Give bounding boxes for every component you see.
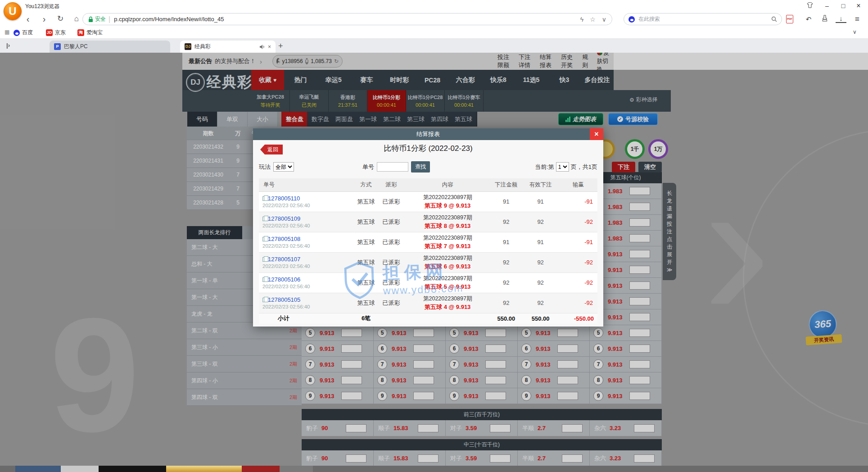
streak-row[interactable]: 第三球 - 小2期 — [187, 339, 302, 356]
ball-5[interactable]: 5 — [521, 328, 531, 338]
odds-cell[interactable]: 69.913 — [374, 341, 446, 357]
bet-amount-input[interactable] — [413, 329, 434, 337]
bet-amount-input[interactable] — [629, 266, 650, 274]
combo-cell-杂六[interactable]: 杂六3.23 — [590, 420, 662, 436]
main-nav-item[interactable]: 快3 — [548, 70, 581, 90]
bet-id-link[interactable]: 1278005107 — [268, 256, 300, 263]
odds-cell[interactable]: 89.913 — [590, 372, 662, 388]
odds-cell[interactable]: 79.913 — [518, 357, 590, 372]
lottery-info-float-logo[interactable]: 365 开奖资讯 — [804, 309, 842, 345]
bet-amount-input[interactable] — [629, 392, 650, 400]
combo-cell-半顺[interactable]: 半顺2.7 — [518, 450, 590, 466]
odds-cell[interactable]: 59.913 — [302, 325, 374, 341]
ball-6[interactable]: 6 — [449, 344, 459, 354]
bet-amount-input[interactable] — [341, 376, 362, 384]
board-tab-第一球[interactable]: 第一球 — [355, 112, 382, 127]
odds-cell[interactable]: 59.913 — [446, 325, 518, 341]
ball-7[interactable]: 7 — [593, 359, 603, 369]
chip-10k[interactable]: 1万 — [648, 139, 668, 159]
odds-cell[interactable]: 79.913 — [374, 357, 446, 372]
ball-8[interactable]: 8 — [449, 375, 459, 385]
odds-cell[interactable]: 79.913 — [590, 357, 662, 372]
bet-amount-input[interactable] — [485, 345, 506, 353]
bet-amount-input[interactable] — [346, 454, 366, 463]
bet-amount-input[interactable] — [629, 376, 650, 384]
ball-5[interactable]: 5 — [449, 328, 459, 338]
undo-icon[interactable]: ↶ — [803, 15, 814, 24]
search-icon[interactable] — [771, 16, 777, 22]
taskbar-window-fragment[interactable] — [242, 466, 280, 472]
bet-amount-input[interactable] — [557, 376, 578, 384]
taskbar-window-fragment[interactable] — [61, 466, 99, 472]
taskbar-window-fragment[interactable] — [166, 466, 242, 472]
sub-nav-item[interactable]: 香港彩21:37:51 — [329, 90, 367, 112]
ball-9[interactable]: 9 — [377, 391, 387, 401]
bet-amount-input[interactable] — [341, 329, 362, 337]
tab-jingdiancai[interactable]: DJ 经典彩 × — [180, 41, 276, 53]
menu-icon[interactable]: ≡ — [852, 15, 863, 24]
combo-cell-对子[interactable]: 对子3.59 — [446, 420, 518, 436]
ball-6[interactable]: 6 — [593, 344, 603, 354]
ball-5[interactable]: 5 — [305, 328, 315, 338]
odds-cell[interactable]: 89.913 — [518, 372, 590, 388]
top-link-投注限额[interactable]: 投注限额 — [497, 53, 511, 69]
bet-amount-input[interactable] — [629, 203, 650, 211]
bookmark-baidu[interactable]: 百度 — [14, 29, 33, 36]
streak-row[interactable]: 第三球 - 双2期 — [187, 356, 302, 372]
board-tab-第二球[interactable]: 第二球 — [379, 112, 406, 127]
odds-cell[interactable]: 69.913 — [446, 341, 518, 357]
pdf-tool-icon[interactable]: PDF — [786, 15, 793, 23]
bet-amount-input[interactable] — [485, 360, 506, 368]
odds-cell[interactable]: 99.913 — [446, 388, 518, 404]
bet-amount-input[interactable] — [629, 234, 650, 242]
taskbar-window-fragment[interactable] — [99, 466, 166, 472]
announcement-chevron-icon[interactable]: › — [260, 58, 262, 65]
maximize-button[interactable]: □ — [837, 1, 849, 10]
tab-audio-icon[interactable] — [259, 44, 265, 50]
bet-amount-input[interactable] — [629, 218, 650, 227]
skin-icon[interactable] — [804, 1, 816, 10]
bookmarks-grid-icon[interactable]: ▦ — [5, 29, 9, 35]
main-nav-item[interactable]: 快乐8 — [482, 70, 515, 90]
odds-cell[interactable]: 89.913 — [374, 372, 446, 388]
bet-id-link[interactable]: 1278005105 — [268, 296, 300, 303]
refresh-balance-icon[interactable]: ↻ — [334, 58, 339, 64]
copy-icon[interactable] — [262, 237, 266, 241]
bet-amount-input[interactable] — [557, 360, 578, 368]
odds-cell[interactable]: 59.913 — [590, 325, 662, 341]
bet-amount-input[interactable] — [629, 360, 650, 368]
combo-cell-顺子[interactable]: 顺子15.83 — [374, 420, 446, 436]
bet-amount-input[interactable] — [634, 424, 655, 432]
bet-amount-input[interactable] — [490, 424, 511, 432]
combo-cell-杂六[interactable]: 杂六3.23 — [590, 450, 662, 466]
bookmark-star-icon[interactable]: ☆ — [590, 16, 596, 23]
ball-9[interactable]: 9 — [305, 391, 315, 401]
main-nav-item[interactable]: PC28 — [416, 70, 449, 90]
download-icon[interactable]: ↓ — [836, 15, 846, 23]
minimize-button[interactable]: – — [821, 1, 833, 10]
chip-1k[interactable]: 1千 — [625, 139, 645, 159]
odds-cell[interactable]: 99.913 — [302, 388, 374, 404]
bet-button[interactable]: 下注 — [612, 162, 635, 172]
ball-5[interactable]: 5 — [593, 328, 603, 338]
top-link-结算报表[interactable]: 结算报表 — [540, 53, 553, 69]
taskbar-window-fragment[interactable] — [15, 466, 61, 472]
ball-9[interactable]: 9 — [593, 391, 603, 401]
ball-8[interactable]: 8 — [593, 375, 603, 385]
streak-missing-expand-tag[interactable]: 长龙遗漏投注点击展开≫ — [663, 183, 676, 280]
bet-amount-input[interactable] — [418, 454, 439, 463]
bet-amount-input[interactable] — [485, 392, 506, 400]
url-text[interactable]: p.cpqlzpor.com/Home/IndexNew#/lotto_45 — [114, 16, 224, 23]
bet-amount-input[interactable] — [629, 250, 650, 258]
bet-amount-input[interactable] — [557, 329, 578, 337]
bet-id-link[interactable]: 1278005109 — [268, 215, 300, 222]
ball-7[interactable]: 7 — [377, 359, 387, 369]
bet-amount-input[interactable] — [629, 345, 650, 353]
combo-cell-顺子[interactable]: 顺子15.83 — [374, 450, 446, 466]
home-button[interactable]: ⌂ — [70, 13, 83, 25]
tab-list-expand-icon[interactable]: |› — [6, 42, 10, 49]
bet-amount-input[interactable] — [562, 454, 583, 463]
bet-amount-input[interactable] — [413, 376, 434, 384]
odds-cell[interactable]: 99.913 — [590, 388, 662, 404]
odds-cell[interactable]: 69.913 — [518, 341, 590, 357]
